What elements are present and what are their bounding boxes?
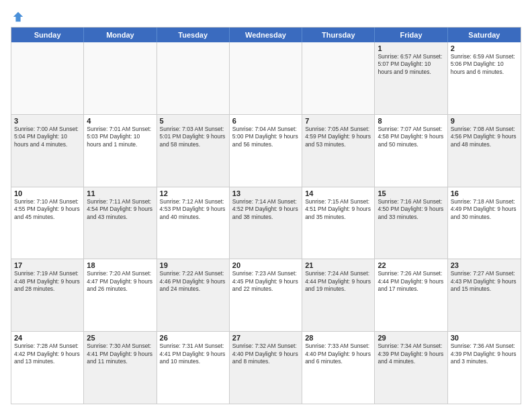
day-number: 26 bbox=[160, 334, 226, 342]
calendar-cell: 3Sunrise: 7:00 AM Sunset: 5:04 PM Daylig… bbox=[11, 115, 84, 187]
cell-info: Sunrise: 6:57 AM Sunset: 5:07 PM Dayligh… bbox=[378, 53, 444, 76]
day-number: 9 bbox=[451, 117, 518, 125]
cell-info: Sunrise: 7:34 AM Sunset: 4:39 PM Dayligh… bbox=[378, 342, 444, 365]
calendar-cell: 21Sunrise: 7:24 AM Sunset: 4:44 PM Dayli… bbox=[302, 259, 375, 331]
cell-info: Sunrise: 7:19 AM Sunset: 4:48 PM Dayligh… bbox=[14, 270, 81, 293]
calendar-cell: 4Sunrise: 7:01 AM Sunset: 5:03 PM Daylig… bbox=[84, 115, 157, 187]
svg-marker-0 bbox=[13, 12, 23, 21]
calendar-cell: 16Sunrise: 7:18 AM Sunset: 4:49 PM Dayli… bbox=[448, 187, 521, 259]
cell-info: Sunrise: 7:26 AM Sunset: 4:44 PM Dayligh… bbox=[378, 270, 444, 293]
day-number: 21 bbox=[305, 261, 371, 269]
day-number: 29 bbox=[378, 334, 444, 342]
day-number: 13 bbox=[232, 189, 299, 197]
calendar-cell: 29Sunrise: 7:34 AM Sunset: 4:39 PM Dayli… bbox=[375, 332, 447, 404]
calendar-cell: 17Sunrise: 7:19 AM Sunset: 4:48 PM Dayli… bbox=[11, 259, 84, 331]
cell-info: Sunrise: 7:05 AM Sunset: 4:59 PM Dayligh… bbox=[305, 126, 371, 148]
header-day-tuesday: Tuesday bbox=[157, 28, 230, 42]
header-day-sunday: Sunday bbox=[11, 28, 84, 42]
cell-info: Sunrise: 7:15 AM Sunset: 4:51 PM Dayligh… bbox=[305, 198, 371, 221]
day-number: 19 bbox=[160, 261, 226, 269]
cell-info: Sunrise: 7:11 AM Sunset: 4:54 PM Dayligh… bbox=[87, 198, 153, 221]
day-number: 5 bbox=[160, 117, 226, 125]
cell-info: Sunrise: 7:18 AM Sunset: 4:49 PM Dayligh… bbox=[451, 198, 518, 221]
cell-info: Sunrise: 7:04 AM Sunset: 5:00 PM Dayligh… bbox=[232, 126, 299, 148]
calendar-cell: 1Sunrise: 6:57 AM Sunset: 5:07 PM Daylig… bbox=[375, 42, 447, 114]
calendar-cell: 30Sunrise: 7:36 AM Sunset: 4:39 PM Dayli… bbox=[448, 332, 521, 404]
header-day-friday: Friday bbox=[375, 28, 447, 42]
cell-info: Sunrise: 7:32 AM Sunset: 4:40 PM Dayligh… bbox=[232, 342, 299, 365]
header-day-saturday: Saturday bbox=[448, 28, 521, 42]
day-number: 18 bbox=[87, 261, 153, 269]
day-number: 24 bbox=[14, 334, 81, 342]
calendar-cell: 22Sunrise: 7:26 AM Sunset: 4:44 PM Dayli… bbox=[375, 259, 447, 331]
day-number: 23 bbox=[451, 261, 518, 269]
header bbox=[11, 8, 521, 23]
calendar-cell: 27Sunrise: 7:32 AM Sunset: 4:40 PM Dayli… bbox=[230, 332, 302, 404]
cell-info: Sunrise: 7:10 AM Sunset: 4:55 PM Dayligh… bbox=[14, 198, 81, 221]
calendar-cell: 8Sunrise: 7:07 AM Sunset: 4:58 PM Daylig… bbox=[375, 115, 447, 187]
cell-info: Sunrise: 7:24 AM Sunset: 4:44 PM Dayligh… bbox=[305, 270, 371, 293]
calendar-cell: 18Sunrise: 7:20 AM Sunset: 4:47 PM Dayli… bbox=[84, 259, 157, 331]
calendar-cell: 12Sunrise: 7:12 AM Sunset: 4:53 PM Dayli… bbox=[157, 187, 230, 259]
day-number: 1 bbox=[378, 44, 444, 52]
cell-info: Sunrise: 7:20 AM Sunset: 4:47 PM Dayligh… bbox=[87, 270, 153, 293]
calendar-cell bbox=[302, 42, 375, 114]
calendar-row-1: 3Sunrise: 7:00 AM Sunset: 5:04 PM Daylig… bbox=[11, 115, 521, 187]
cell-info: Sunrise: 7:16 AM Sunset: 4:50 PM Dayligh… bbox=[378, 198, 444, 221]
header-day-monday: Monday bbox=[84, 28, 157, 42]
calendar-cell: 28Sunrise: 7:33 AM Sunset: 4:40 PM Dayli… bbox=[302, 332, 375, 404]
logo-icon bbox=[12, 11, 24, 23]
calendar: SundayMondayTuesdayWednesdayThursdayFrid… bbox=[11, 27, 521, 404]
calendar-cell: 20Sunrise: 7:23 AM Sunset: 4:45 PM Dayli… bbox=[230, 259, 302, 331]
day-number: 6 bbox=[232, 117, 299, 125]
calendar-row-0: 1Sunrise: 6:57 AM Sunset: 5:07 PM Daylig… bbox=[11, 42, 521, 115]
calendar-cell: 10Sunrise: 7:10 AM Sunset: 4:55 PM Dayli… bbox=[11, 187, 84, 259]
day-number: 20 bbox=[232, 261, 299, 269]
cell-info: Sunrise: 7:23 AM Sunset: 4:45 PM Dayligh… bbox=[232, 270, 299, 293]
calendar-cell: 26Sunrise: 7:31 AM Sunset: 4:41 PM Dayli… bbox=[157, 332, 230, 404]
day-number: 30 bbox=[451, 334, 518, 342]
day-number: 12 bbox=[160, 189, 226, 197]
calendar-row-4: 24Sunrise: 7:28 AM Sunset: 4:42 PM Dayli… bbox=[11, 332, 521, 404]
calendar-cell: 25Sunrise: 7:30 AM Sunset: 4:41 PM Dayli… bbox=[84, 332, 157, 404]
calendar-body: 1Sunrise: 6:57 AM Sunset: 5:07 PM Daylig… bbox=[11, 42, 521, 404]
cell-info: Sunrise: 7:03 AM Sunset: 5:01 PM Dayligh… bbox=[160, 126, 226, 148]
cell-info: Sunrise: 7:00 AM Sunset: 5:04 PM Dayligh… bbox=[14, 126, 81, 148]
day-number: 27 bbox=[232, 334, 299, 342]
calendar-cell: 7Sunrise: 7:05 AM Sunset: 4:59 PM Daylig… bbox=[302, 115, 375, 187]
day-number: 4 bbox=[87, 117, 153, 125]
calendar-cell: 19Sunrise: 7:22 AM Sunset: 4:46 PM Dayli… bbox=[157, 259, 230, 331]
calendar-cell: 11Sunrise: 7:11 AM Sunset: 4:54 PM Dayli… bbox=[84, 187, 157, 259]
day-number: 10 bbox=[14, 189, 81, 197]
calendar-cell: 15Sunrise: 7:16 AM Sunset: 4:50 PM Dayli… bbox=[375, 187, 447, 259]
cell-info: Sunrise: 7:07 AM Sunset: 4:58 PM Dayligh… bbox=[378, 126, 444, 148]
cell-info: Sunrise: 7:28 AM Sunset: 4:42 PM Dayligh… bbox=[14, 342, 81, 365]
day-number: 28 bbox=[305, 334, 371, 342]
day-number: 25 bbox=[87, 334, 153, 342]
cell-info: Sunrise: 7:27 AM Sunset: 4:43 PM Dayligh… bbox=[451, 270, 518, 293]
header-day-wednesday: Wednesday bbox=[230, 28, 302, 42]
day-number: 3 bbox=[14, 117, 81, 125]
cell-info: Sunrise: 7:08 AM Sunset: 4:56 PM Dayligh… bbox=[451, 126, 518, 148]
day-number: 8 bbox=[378, 117, 444, 125]
calendar-row-3: 17Sunrise: 7:19 AM Sunset: 4:48 PM Dayli… bbox=[11, 259, 521, 332]
cell-info: Sunrise: 7:36 AM Sunset: 4:39 PM Dayligh… bbox=[451, 342, 518, 365]
header-day-thursday: Thursday bbox=[302, 28, 375, 42]
calendar-cell: 23Sunrise: 7:27 AM Sunset: 4:43 PM Dayli… bbox=[448, 259, 521, 331]
day-number: 17 bbox=[14, 261, 81, 269]
cell-info: Sunrise: 7:33 AM Sunset: 4:40 PM Dayligh… bbox=[305, 342, 371, 365]
calendar-cell bbox=[11, 42, 84, 114]
calendar-cell bbox=[230, 42, 302, 114]
calendar-cell: 6Sunrise: 7:04 AM Sunset: 5:00 PM Daylig… bbox=[230, 115, 302, 187]
calendar-cell: 2Sunrise: 6:59 AM Sunset: 5:06 PM Daylig… bbox=[448, 42, 521, 114]
calendar-cell: 13Sunrise: 7:14 AM Sunset: 4:52 PM Dayli… bbox=[230, 187, 302, 259]
calendar-cell bbox=[157, 42, 230, 114]
calendar-cell: 9Sunrise: 7:08 AM Sunset: 4:56 PM Daylig… bbox=[448, 115, 521, 187]
calendar-row-2: 10Sunrise: 7:10 AM Sunset: 4:55 PM Dayli… bbox=[11, 187, 521, 260]
calendar-cell: 5Sunrise: 7:03 AM Sunset: 5:01 PM Daylig… bbox=[157, 115, 230, 187]
calendar-cell bbox=[84, 42, 157, 114]
day-number: 7 bbox=[305, 117, 371, 125]
cell-info: Sunrise: 7:01 AM Sunset: 5:03 PM Dayligh… bbox=[87, 126, 153, 148]
page: SundayMondayTuesdayWednesdayThursdayFrid… bbox=[0, 0, 532, 411]
calendar-cell: 24Sunrise: 7:28 AM Sunset: 4:42 PM Dayli… bbox=[11, 332, 84, 404]
